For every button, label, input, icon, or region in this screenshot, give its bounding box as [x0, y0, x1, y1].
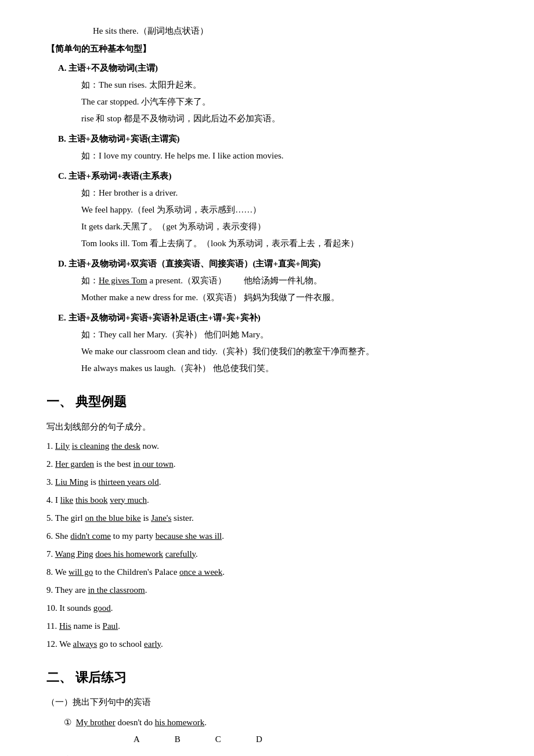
exercise-1-abcd: A B C D: [134, 732, 488, 747]
label-B1: B: [175, 732, 181, 747]
sub-e-ex3: He always makes us laugh.（宾补） 他总使我们笑。: [81, 361, 488, 376]
ex4: 4. I like this book very much.: [46, 492, 488, 508]
section2-exercises: ① My brother doesn't do his homework. A …: [64, 715, 488, 756]
sub-d-ex2: Mother make a new dress for me.（双宾语） 妈妈为…: [81, 290, 488, 305]
sub-d-label: D. 主语+及物动词+双宾语（直接宾语、间接宾语）(主谓+直宾+间宾): [58, 256, 488, 272]
sub-e-ex2: We make our classroom clean and tidy.（宾补…: [81, 344, 488, 359]
intro-line1: He sits there.（副词地点状语）: [93, 23, 488, 39]
section-title: 【简单句的五种基本句型】: [46, 41, 488, 57]
sub-a-ex2: The car stopped. 小汽车停下来了。: [81, 94, 488, 110]
label-C1: C: [215, 732, 221, 747]
ex5: 5. The girl on the blue bike is Jane's s…: [46, 510, 488, 526]
ex9: 9. They are in the classroom.: [46, 582, 488, 598]
section1-exercises: 1. Lily is cleaning the desk now. 2. Her…: [46, 438, 488, 652]
sub-b-label: B. 主语+及物动词+宾语(主谓宾): [58, 131, 488, 147]
sub-e-label: E. 主语+及物动词+宾语+宾语补足语(主+谓+宾+宾补): [58, 310, 488, 326]
label-D1: D: [256, 732, 262, 747]
sub-b-ex1: 如：I love my country. He helps me. I like…: [81, 148, 488, 164]
sub-b-examples: 如：I love my country. He helps me. I like…: [81, 148, 488, 164]
sub-c-label: C. 主语+系动词+表语(主系表): [58, 168, 488, 184]
ex11: 11. His name is Paul.: [46, 618, 488, 634]
sub-c-examples: 如：Her brother is a driver. We feel happy…: [81, 185, 488, 251]
sub-a-ex3: rise 和 stop 都是不及物动词，因此后边不必加宾语。: [81, 111, 488, 127]
sub-e-examples: 如：They call her Mary.（宾补） 他们叫她 Mary。 We …: [81, 327, 488, 376]
sub-c-ex3: It gets dark.天黑了。（get 为系动词，表示变得）: [81, 219, 488, 235]
label-A1: A: [134, 732, 140, 747]
exercise-2-text: ② People all over the world speak Englis…: [64, 752, 488, 756]
sub-c-ex4: Tom looks ill. Tom 看上去病了。（look 为系动词，表示看上…: [81, 236, 488, 251]
section1-title: 一、 典型例题: [46, 390, 488, 413]
ex10: 10. It sounds good.: [46, 600, 488, 616]
sub-d: D. 主语+及物动词+双宾语（直接宾语、间接宾语）(主谓+直宾+间宾) 如：He…: [58, 256, 488, 305]
sub-e-ex1: 如：They call her Mary.（宾补） 他们叫她 Mary。: [81, 327, 488, 343]
section2-part1-title: （一）挑出下列句中的宾语: [46, 694, 488, 710]
ex1: 1. Lily is cleaning the desk now.: [46, 438, 488, 454]
section2-title: 二、 课后练习: [46, 666, 488, 689]
sub-c-ex2: We feel happy.（feel 为系动词，表示感到……）: [81, 202, 488, 218]
ex7: 7. Wang Ping does his homework carefully…: [46, 546, 488, 562]
sub-a-label: A. 主语+不及物动词(主谓): [58, 60, 488, 76]
ex12: 12. We always go to school early.: [46, 636, 488, 652]
ex8: 8. We will go to the Children's Palace o…: [46, 564, 488, 580]
sub-c: C. 主语+系动词+表语(主系表) 如：Her brother is a dri…: [58, 168, 488, 251]
sub-a: A. 主语+不及物动词(主谓) 如：The sun rises. 太阳升起来。 …: [58, 60, 488, 127]
sub-d-examples: 如：He gives Tom a present.（双宾语） 他给汤姆一件礼物。…: [81, 273, 488, 305]
exercise-block-2: ② People all over the world speak Englis…: [64, 752, 488, 756]
ex6: 6. She didn't come to my party because s…: [46, 528, 488, 544]
section1-intro: 写出划线部分的句子成分。: [46, 419, 488, 435]
circle-1: ①: [64, 718, 71, 727]
sub-c-ex1: 如：Her brother is a driver.: [81, 185, 488, 201]
ex3: 3. Liu Ming is thirteen years old.: [46, 474, 488, 490]
sub-a-ex1: 如：The sun rises. 太阳升起来。: [81, 77, 488, 93]
exercise-1-text: ① My brother doesn't do his homework.: [64, 715, 488, 730]
sub-e: E. 主语+及物动词+宾语+宾语补足语(主+谓+宾+宾补) 如：They cal…: [58, 310, 488, 376]
sub-a-examples: 如：The sun rises. 太阳升起来。 The car stopped.…: [81, 77, 488, 127]
exercise-block-1: ① My brother doesn't do his homework. A …: [64, 715, 488, 747]
sub-d-ex1: 如：He gives Tom a present.（双宾语） 他给汤姆一件礼物。: [81, 273, 488, 289]
sub-b: B. 主语+及物动词+宾语(主谓宾) 如：I love my country. …: [58, 131, 488, 164]
ex2: 2. Her garden is the best in our town.: [46, 456, 488, 472]
